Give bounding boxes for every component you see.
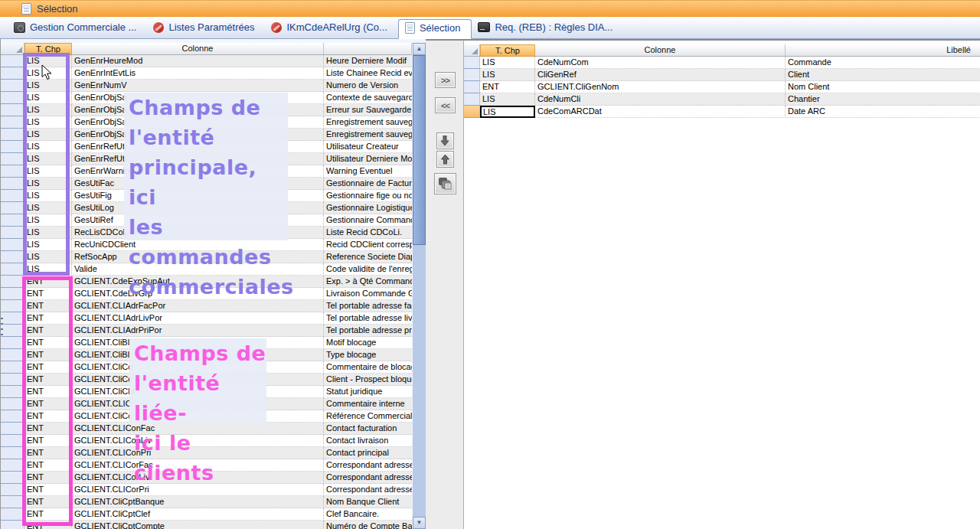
table-row[interactable]: ENTGCLIENT.CLIAdrLivPorTel portable adre… (1, 312, 412, 325)
field-libelle-cell[interactable]: Commentaire interne (324, 398, 412, 410)
field-colonne-cell[interactable]: GCLIENT.CliBl (72, 349, 324, 361)
field-type-cell[interactable]: ENT (24, 423, 72, 435)
row-selector-cell[interactable] (1, 423, 24, 435)
field-type-cell[interactable]: LIS (24, 239, 72, 251)
field-libelle-cell[interactable]: Nom Client (786, 81, 980, 93)
field-colonne-cell[interactable]: GCLIENT.CliCo (72, 361, 324, 374)
table-row[interactable]: ENTGCLIENT.CliCptBanqueNom Banque Client (1, 496, 412, 508)
field-libelle-cell[interactable]: Exp. > à Qté Commandé (324, 276, 412, 288)
field-libelle-cell[interactable]: Heure Derniere Modif (324, 55, 412, 67)
field-libelle-cell[interactable]: Statut juridique (324, 386, 412, 398)
field-colonne-cell[interactable]: GCLIENT.CLIConLiv (72, 435, 324, 447)
row-selector-cell[interactable] (1, 398, 24, 410)
field-type-cell[interactable]: ENT (24, 447, 72, 459)
field-colonne-cell[interactable]: CdeNumCli (535, 93, 786, 106)
field-libelle-cell[interactable]: Correspondant adresse (324, 472, 412, 484)
field-libelle-cell[interactable]: Gestionnaire fige ou nor (324, 190, 412, 202)
row-selector-cell[interactable] (1, 190, 24, 202)
field-libelle-cell[interactable]: Client - Prospect bloqué (324, 374, 412, 386)
field-type-cell[interactable]: ENT (24, 484, 72, 496)
field-libelle-cell[interactable]: Motif blocage (324, 337, 412, 349)
table-row[interactable]: LISRecUniCDClientRecid CDClient correspo (1, 239, 412, 251)
row-selector-cell[interactable] (1, 508, 24, 521)
field-libelle-cell[interactable]: Tel portable adresse pri (324, 325, 412, 337)
field-type-cell[interactable]: ENT (24, 349, 72, 361)
field-colonne-cell[interactable]: GenEnrObjSa (72, 104, 324, 116)
field-type-cell[interactable]: ENT (24, 288, 72, 300)
field-type-cell[interactable]: LIS (24, 251, 72, 263)
move-up-button[interactable] (436, 151, 454, 168)
field-colonne-cell[interactable]: GCLIENT.CliCo (72, 374, 324, 386)
scroll-up-button[interactable]: ▲ (413, 43, 426, 55)
tab-selection[interactable]: Sélection (398, 19, 472, 39)
row-selector-cell[interactable] (1, 227, 24, 239)
field-colonne-cell[interactable]: GCLIENT.CLIAdrFacPor (72, 300, 324, 312)
field-libelle-cell[interactable]: Contact livraison (324, 435, 412, 447)
row-selector-cell[interactable] (1, 288, 24, 300)
row-selector-cell[interactable] (1, 521, 24, 529)
row-selector-cell[interactable] (1, 141, 24, 153)
row-selector-cell[interactable] (464, 106, 480, 118)
field-colonne-cell[interactable]: GesUtiFig (72, 190, 324, 202)
table-row[interactable]: LISGenEnrNumVNumero de Version (1, 80, 412, 92)
field-libelle-cell[interactable]: Correspondant adresse (324, 484, 412, 496)
table-row[interactable]: ENTGCLIENT.CliBlType blocage (1, 349, 412, 361)
table-row[interactable]: ENTGCLIENT.CliCptClefClef Bancaire. (1, 508, 412, 521)
select-all-corner[interactable] (1, 43, 24, 55)
row-selector-cell[interactable] (1, 410, 24, 423)
field-colonne-cell[interactable]: GCLIENT.CLICorLiv (72, 472, 324, 484)
field-colonne-cell[interactable]: GCLIENT.CliCo (72, 410, 324, 423)
field-colonne-cell[interactable]: GCLIENT.CdeExpSupAut (72, 276, 324, 288)
field-libelle-cell[interactable]: Commande (786, 57, 980, 69)
field-type-cell[interactable]: ENT (24, 374, 72, 386)
row-selector-cell[interactable] (1, 325, 24, 337)
field-type-cell[interactable]: LIS (480, 57, 535, 69)
copy-properties-button[interactable] (434, 173, 456, 194)
row-selector-cell[interactable] (1, 239, 24, 251)
field-colonne-cell[interactable]: GenEnrWarnin (72, 165, 324, 178)
table-row[interactable]: ENTGCLIENT.CLICorPriCorrespondant adress… (1, 484, 412, 496)
row-selector-cell[interactable] (1, 202, 24, 214)
table-row[interactable]: LISGenEnrRefUtiUtilisateur Derniere Mod (1, 153, 412, 165)
field-colonne-cell[interactable]: GenEnrIntEvtLis (72, 67, 324, 80)
table-row[interactable]: ENTGCLIENT.CdeLivGrpLivraison Commande G… (1, 288, 412, 300)
row-selector-cell[interactable] (1, 129, 24, 141)
table-row[interactable]: ENTGCLIENT.CLICorLivCorrespondant adress… (1, 472, 412, 484)
row-selector-cell[interactable] (1, 165, 24, 178)
select-all-corner[interactable] (464, 44, 480, 57)
field-libelle-cell[interactable]: Nom Banque Client (324, 496, 412, 508)
row-selector-cell[interactable] (1, 276, 24, 288)
row-selector-cell[interactable] (1, 178, 24, 190)
splitter-grip[interactable] (1, 318, 3, 342)
row-selector-cell[interactable] (1, 459, 24, 472)
field-type-cell[interactable]: LIS (24, 92, 72, 104)
field-libelle-cell[interactable]: Contexte de sauvegarde (324, 92, 412, 104)
field-colonne-cell[interactable]: GCLIENT.CLIAdrLivPor (72, 312, 324, 325)
table-row[interactable]: LISGesUtiLogGestionnaire Logistique (1, 202, 412, 214)
row-selector-cell[interactable] (1, 153, 24, 165)
field-type-cell[interactable]: ENT (24, 410, 72, 423)
table-row[interactable]: ENTGCLIENT.CLIConLivContact livraison (1, 435, 412, 447)
field-type-cell[interactable]: LIS (24, 153, 72, 165)
field-colonne-cell[interactable]: GCLIENT.CdeLivGrp (72, 288, 324, 300)
field-libelle-cell[interactable]: Warning Eventuel (324, 165, 412, 178)
field-type-cell[interactable]: LIS (24, 55, 72, 67)
table-row[interactable]: LISGenEnrObjSaContexte de sauvegarde (1, 92, 412, 104)
table-row[interactable]: LISGenEnrIntEvtLisListe Chainee Recid ev… (1, 67, 412, 80)
field-type-cell[interactable]: LIS (24, 67, 72, 80)
column-header-type[interactable]: T. Chp (24, 43, 72, 55)
row-selector-cell[interactable] (1, 104, 24, 116)
table-row[interactable]: LISGenEnrWarninWarning Eventuel (1, 165, 412, 178)
field-libelle-cell[interactable]: Gestionnaire Logistique (324, 202, 412, 214)
field-colonne-cell[interactable]: GCLIENT.CLIAdrPriPor (72, 325, 324, 337)
tab-listes-parametrees[interactable]: Listes Paramétrées (147, 18, 265, 38)
field-type-cell[interactable]: ENT (24, 361, 72, 374)
field-colonne-cell[interactable]: GenEnrRefUti (72, 153, 324, 165)
field-type-cell[interactable]: ENT (24, 472, 72, 484)
field-colonne-cell[interactable]: GenEnrObjSa (72, 116, 324, 129)
field-type-cell[interactable]: LIS (24, 141, 72, 153)
field-type-cell[interactable]: ENT (24, 496, 72, 508)
column-header-type[interactable]: T. Chp (480, 44, 535, 57)
row-selector-cell[interactable] (1, 263, 24, 276)
row-selector-cell[interactable] (464, 93, 480, 106)
